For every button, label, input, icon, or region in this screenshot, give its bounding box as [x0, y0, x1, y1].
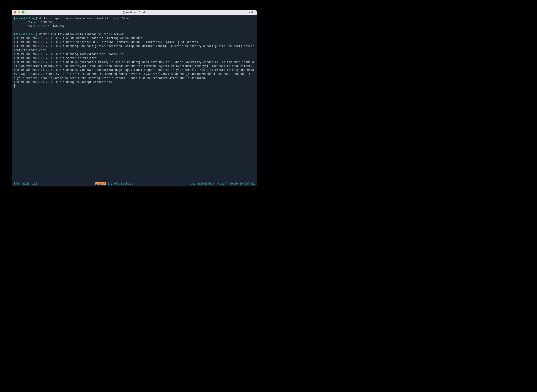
- terminal-output: "VirtualSize": 1689552,: [14, 24, 255, 28]
- maximize-icon[interactable]: [22, 11, 24, 14]
- terminal-output: "Size": 1689552,: [14, 20, 255, 24]
- shell-prompt: [nix-shell:~]$: [14, 33, 37, 36]
- command-text: docker run laixintao/redis-minimal:v2 re…: [37, 33, 124, 36]
- tmux-status-right: "vagrant@nixbox: /tmp/" 00:20 20-Jul-21: [189, 182, 255, 185]
- tmux-tab[interactable]: 3:shell-: [121, 182, 134, 185]
- cursor-icon: [14, 84, 15, 88]
- terminal-line: [nix-shell:~]$ docker run laixintao/redi…: [14, 32, 255, 36]
- window-title: [fun with nix] 1:zsh: [123, 11, 146, 14]
- terminal-body[interactable]: [nix-shell:~]$ docker inspect laixintao/…: [12, 15, 257, 182]
- close-icon[interactable]: [14, 11, 16, 14]
- tmux-tab[interactable]: 2:shell: [106, 182, 121, 185]
- tmux-statusbar: [fun with nix] 1:zsh* 2:shell 3:shell- "…: [12, 182, 257, 187]
- titlebar: [fun with nix] 1:zsh ⌥⌘1: [12, 10, 257, 15]
- terminal-line: [nix-shell:~]$ docker inspect laixintao/…: [14, 16, 255, 20]
- terminal-window: [fun with nix] 1:zsh ⌥⌘1 [nix-shell:~]$ …: [12, 10, 257, 187]
- shell-prompt: [nix-shell:~]$: [14, 17, 37, 20]
- terminal-output: 1:C 19 Jul 2021 16:20:48.006 # oO0OoO0Oo…: [14, 36, 255, 84]
- tmux-tabs: 1:zsh* 2:shell 3:shell-: [95, 182, 134, 185]
- traffic-lights: [14, 11, 24, 14]
- tmux-tab-active[interactable]: 1:zsh*: [95, 182, 106, 185]
- minimize-icon[interactable]: [18, 11, 20, 14]
- window-shortcut: ⌥⌘1: [248, 11, 255, 14]
- cursor-line: [14, 84, 255, 88]
- spacer: [14, 88, 255, 180]
- tmux-session-name: [fun with nix]: [14, 182, 37, 185]
- terminal-blank-line: [14, 28, 255, 32]
- command-text: docker inspect laixintao/redis-minimal:v…: [37, 17, 129, 20]
